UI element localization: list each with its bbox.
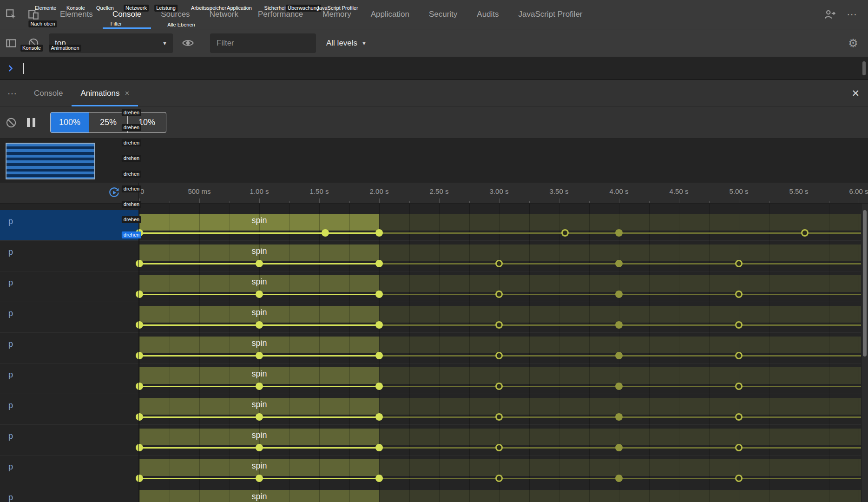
row-selector-cell[interactable]: p bbox=[0, 333, 138, 363]
keyframe-point[interactable] bbox=[375, 260, 383, 267]
keyframe-point[interactable] bbox=[615, 475, 623, 482]
keyframe-point[interactable] bbox=[375, 444, 383, 451]
keyframe-point[interactable] bbox=[495, 475, 503, 482]
row-selector-cell[interactable]: p bbox=[0, 271, 138, 302]
keyframe-point[interactable] bbox=[256, 352, 263, 359]
row-selector-cell[interactable]: p bbox=[0, 363, 138, 394]
inspect-element-icon[interactable] bbox=[2, 5, 20, 24]
row-selector-cell[interactable]: p bbox=[0, 302, 138, 332]
keyframe-point[interactable] bbox=[136, 413, 143, 421]
keyframe-point[interactable] bbox=[615, 413, 623, 421]
keyframe-point[interactable] bbox=[735, 352, 743, 359]
keyframe-point[interactable] bbox=[256, 260, 263, 267]
rate-button-100-[interactable]: 100% bbox=[50, 112, 89, 133]
keyframe-point[interactable] bbox=[615, 352, 623, 359]
keyframe-point[interactable] bbox=[256, 383, 263, 390]
drawer-more-icon[interactable]: ⋯ bbox=[0, 88, 25, 99]
tab-audits[interactable]: Audits bbox=[467, 0, 508, 29]
keyframe-point[interactable] bbox=[256, 413, 263, 421]
keyframe-point[interactable] bbox=[735, 291, 743, 298]
keyframe-point[interactable] bbox=[561, 229, 569, 237]
animation-track[interactable]: spin bbox=[138, 425, 868, 455]
keyframe-point[interactable] bbox=[375, 413, 383, 421]
keyframe-point[interactable] bbox=[256, 291, 263, 298]
keyframe-point[interactable] bbox=[735, 475, 743, 482]
keyframe-point[interactable] bbox=[615, 229, 623, 237]
keyframe-point[interactable] bbox=[801, 229, 809, 237]
keyframe-point[interactable] bbox=[615, 291, 623, 298]
console-scrollbar-thumb[interactable] bbox=[862, 61, 866, 75]
console-prompt-row[interactable] bbox=[0, 57, 868, 79]
filter-input[interactable] bbox=[210, 33, 316, 53]
animation-track[interactable]: spin bbox=[138, 271, 868, 302]
keyframe-point[interactable] bbox=[136, 291, 143, 298]
keyframe-point[interactable] bbox=[375, 383, 383, 390]
tab-close-icon[interactable]: × bbox=[125, 89, 129, 98]
keyframe-point[interactable] bbox=[375, 475, 383, 482]
settings-gear-icon[interactable]: ⚙ bbox=[844, 34, 862, 53]
overflow-menu-icon[interactable]: ⋯ bbox=[843, 5, 861, 24]
tab-javascript-profiler[interactable]: JavaScript Profiler bbox=[509, 0, 592, 29]
keyframe-point[interactable] bbox=[615, 444, 623, 451]
keyframe-point[interactable] bbox=[136, 321, 143, 329]
keyframe-point[interactable] bbox=[495, 291, 503, 298]
drawer-tab-animations[interactable]: Animations× bbox=[72, 80, 138, 106]
animation-track[interactable]: spin bbox=[138, 302, 868, 332]
keyframe-point[interactable] bbox=[495, 321, 503, 329]
eye-icon[interactable] bbox=[178, 34, 197, 53]
animation-track[interactable]: spin bbox=[138, 456, 868, 486]
drawer-close-icon[interactable]: ✕ bbox=[851, 88, 860, 99]
pause-all-icon[interactable] bbox=[27, 118, 35, 127]
keyframe-point[interactable] bbox=[136, 475, 143, 482]
clear-animations-icon[interactable] bbox=[2, 113, 20, 132]
keyframe-point[interactable] bbox=[615, 321, 623, 329]
log-level-selector[interactable]: All levels ▼ bbox=[326, 39, 367, 48]
animation-track[interactable]: spin bbox=[138, 486, 868, 502]
keyframe-point[interactable] bbox=[256, 444, 263, 451]
row-selector-cell[interactable]: p bbox=[0, 241, 138, 271]
keyframe-point[interactable] bbox=[495, 260, 503, 267]
keyframe-point[interactable] bbox=[495, 383, 503, 390]
page-screenshot-thumbnail[interactable] bbox=[6, 143, 95, 179]
keyframe-point[interactable] bbox=[256, 475, 263, 482]
keyframe-point[interactable] bbox=[735, 383, 743, 390]
keyframe-point[interactable] bbox=[136, 383, 143, 390]
remote-devices-icon[interactable] bbox=[821, 5, 839, 24]
keyframe-point[interactable] bbox=[615, 383, 623, 390]
tab-security[interactable]: Security bbox=[419, 0, 467, 29]
row-selector-cell[interactable]: p bbox=[0, 210, 138, 240]
row-selector-cell[interactable]: p bbox=[0, 425, 138, 455]
keyframe-point[interactable] bbox=[615, 260, 623, 267]
row-selector-cell[interactable]: p bbox=[0, 394, 138, 424]
console-sidebar-toggle-icon[interactable] bbox=[2, 34, 20, 53]
keyframe-point[interactable] bbox=[735, 321, 743, 329]
drawer-tab-console[interactable]: Console bbox=[25, 80, 72, 106]
keyframe-point[interactable] bbox=[375, 291, 383, 298]
row-selector-cell[interactable]: p bbox=[0, 456, 138, 486]
keyframe-point[interactable] bbox=[735, 260, 743, 267]
keyframe-point[interactable] bbox=[375, 229, 383, 237]
replay-button[interactable] bbox=[108, 186, 120, 199]
keyframe-point[interactable] bbox=[495, 352, 503, 359]
animation-track[interactable]: spin bbox=[138, 210, 868, 240]
keyframe-point[interactable] bbox=[495, 413, 503, 421]
animation-track[interactable]: spin bbox=[138, 241, 868, 271]
keyframe-point[interactable] bbox=[136, 352, 143, 359]
grid-scrollbar-thumb[interactable] bbox=[863, 210, 867, 357]
drawer-tabs: ConsoleAnimations× bbox=[25, 80, 138, 106]
keyframe-point[interactable] bbox=[735, 413, 743, 421]
keyframe-point[interactable] bbox=[375, 321, 383, 329]
grid-scrollbar-track[interactable] bbox=[861, 204, 868, 502]
animation-track[interactable]: spin bbox=[138, 333, 868, 363]
keyframe-point[interactable] bbox=[735, 444, 743, 451]
keyframe-point[interactable] bbox=[136, 260, 143, 267]
animation-track[interactable]: spin bbox=[138, 394, 868, 424]
keyframe-point[interactable] bbox=[256, 321, 263, 329]
keyframe-point[interactable] bbox=[495, 444, 503, 451]
keyframe-point[interactable] bbox=[322, 229, 329, 237]
keyframe-point[interactable] bbox=[375, 352, 383, 359]
tab-application[interactable]: Application bbox=[361, 0, 419, 29]
row-selector-cell[interactable]: p bbox=[0, 486, 138, 502]
animation-track[interactable]: spin bbox=[138, 363, 868, 394]
keyframe-point[interactable] bbox=[136, 444, 143, 451]
